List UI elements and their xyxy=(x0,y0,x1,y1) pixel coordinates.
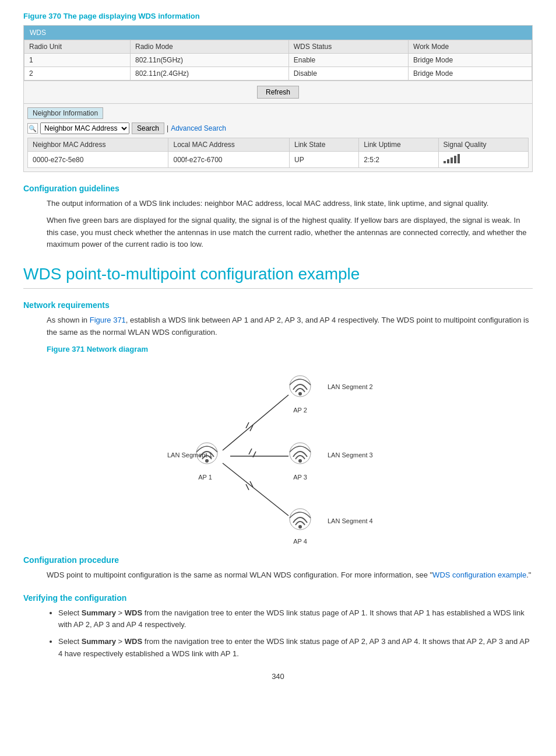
bullet1-bold2: WDS xyxy=(125,608,142,617)
refresh-button[interactable]: Refresh xyxy=(257,86,299,99)
col-radio-mode: Radio Mode xyxy=(131,40,289,54)
advanced-search-link[interactable]: Advanced Search xyxy=(171,124,226,132)
wds-container: WDS Radio Unit Radio Mode WDS Status Wor… xyxy=(23,25,533,172)
verifying-config-heading: Verifying the configuration xyxy=(23,593,533,603)
proc-text-after: ." xyxy=(526,570,531,579)
config-guidelines-body: The output information of a WDS link inc… xyxy=(47,198,533,251)
cell-local-mac: 000f-e27c-6700 xyxy=(168,152,290,168)
ap1-segment: LAN Segment 1 xyxy=(167,452,213,459)
cell-work-mode: Bridge Mode xyxy=(409,54,532,67)
bullet2-bold1: Summary xyxy=(82,637,116,646)
svg-point-21 xyxy=(298,525,302,528)
cell-neighbor-mac: 0000-e27c-5e80 xyxy=(28,152,168,168)
cell-radio-mode: 802.11n(2.4GHz) xyxy=(131,67,289,80)
svg-point-17 xyxy=(298,392,302,396)
config-guidelines-heading: Configuration guidelines xyxy=(23,184,533,193)
proc-text-before: WDS point to multipoint configuration is… xyxy=(47,570,432,579)
bullet1-text-before: Select xyxy=(58,608,82,617)
svg-rect-1 xyxy=(447,159,449,163)
svg-rect-0 xyxy=(444,161,446,163)
neighbor-table-row: 0000-e27c-5e80 000f-e27c-6700 UP 2:5:2 xyxy=(28,152,529,168)
cell-radio-unit: 2 xyxy=(24,67,131,80)
neighbor-section: Neighbor Information 🔍 Neighbor MAC Addr… xyxy=(24,103,532,172)
svg-line-12 xyxy=(246,484,249,490)
cell-link-state: UP xyxy=(289,152,358,168)
fig370-caption: Figure 370 The page displaying WDS infor… xyxy=(23,12,533,20)
svg-rect-3 xyxy=(454,156,456,163)
separator: | xyxy=(167,124,168,132)
ap4-segment: LAN Segment 4 xyxy=(328,517,373,524)
ap2-icon xyxy=(290,376,311,397)
bullet2-text-mid: > xyxy=(116,637,125,646)
search-row: 🔍 Neighbor MAC Address Search | Advanced… xyxy=(27,123,529,134)
table-row: 2 802.11n(2.4GHz) Disable Bridge Mode xyxy=(24,67,532,80)
bullet1-bold1: Summary xyxy=(82,608,116,617)
col-link-uptime: Link Uptime xyxy=(359,138,438,152)
cell-work-mode: Bridge Mode xyxy=(409,67,532,80)
search-icon: 🔍 xyxy=(27,123,38,134)
refresh-row: Refresh xyxy=(24,80,532,103)
network-requirements-body: As shown in Figure 371, establish a WDS … xyxy=(47,314,533,339)
config-procedure-heading: Configuration procedure xyxy=(23,555,533,565)
bullet2-text-before: Select xyxy=(58,637,82,646)
signal-quality-bars xyxy=(444,154,467,163)
cell-radio-mode: 802.11n(5GHz) xyxy=(131,54,289,67)
wds-main-table: Radio Unit Radio Mode WDS Status Work Mo… xyxy=(24,40,532,80)
bullet1-text-mid: > xyxy=(116,608,125,617)
fig371-caption: Figure 371 Network diagram xyxy=(47,345,533,354)
col-local-mac: Local MAC Address xyxy=(168,138,290,152)
network-requirements-heading: Network requirements xyxy=(23,300,533,310)
col-radio-unit: Radio Unit xyxy=(24,40,131,54)
config-procedure-text: WDS point to multipoint configuration is… xyxy=(47,569,533,582)
cell-radio-unit: 1 xyxy=(24,54,131,67)
fig371-link[interactable]: Figure 371 xyxy=(90,316,126,324)
wds-config-link[interactable]: WDS configuration example xyxy=(432,570,526,579)
col-work-mode: Work Mode xyxy=(409,40,532,54)
neighbor-table: Neighbor MAC Address Local MAC Address L… xyxy=(27,138,529,168)
svg-line-5 xyxy=(223,395,288,450)
bullet2-bold2: WDS xyxy=(125,637,142,646)
cell-wds-status: Disable xyxy=(288,67,408,80)
net-req-text-before: As shown in xyxy=(47,316,90,324)
config-guidelines-para2: When five green bars are displayed for t… xyxy=(47,215,533,251)
config-procedure-body: WDS point to multipoint configuration is… xyxy=(47,569,533,582)
neighbor-tab: Neighbor Information xyxy=(27,107,103,119)
main-title: WDS point-to-multipoint configuration ex… xyxy=(23,265,533,289)
table-row: 1 802.11n(5GHz) Enable Bridge Mode xyxy=(24,54,532,67)
ap2-label: AP 2 xyxy=(293,407,307,414)
col-signal-quality: Signal Quality xyxy=(438,138,528,152)
ap2-segment: LAN Segment 2 xyxy=(328,383,373,390)
search-dropdown[interactable]: Neighbor MAC Address xyxy=(40,123,129,134)
network-requirements-text: As shown in Figure 371, establish a WDS … xyxy=(47,314,533,339)
ap4-label: AP 4 xyxy=(293,538,307,544)
list-item: Select Summary > WDS from the navigation… xyxy=(58,607,533,632)
config-guidelines-para1: The output information of a WDS link inc… xyxy=(47,198,533,210)
ap1-label: AP 1 xyxy=(198,474,212,481)
col-wds-status: WDS Status xyxy=(288,40,408,54)
wds-tab[interactable]: WDS xyxy=(24,27,52,38)
page-number: 340 xyxy=(23,672,533,681)
svg-rect-2 xyxy=(451,158,453,163)
ap4-icon xyxy=(290,509,311,530)
col-neighbor-mac: Neighbor MAC Address xyxy=(28,138,168,152)
verifying-config-list: Select Summary > WDS from the navigation… xyxy=(58,607,533,660)
cell-wds-status: Enable xyxy=(288,54,408,67)
svg-rect-4 xyxy=(458,154,460,163)
svg-line-10 xyxy=(249,449,252,454)
ap3-icon xyxy=(290,443,311,464)
network-diagram: AP 1 LAN Segment 1 AP 2 LAN Segment 2 AP… xyxy=(132,357,424,544)
ap3-label: AP 3 xyxy=(293,474,307,481)
ap3-segment: LAN Segment 3 xyxy=(328,452,373,459)
svg-point-15 xyxy=(205,459,209,463)
cell-link-uptime: 2:5:2 xyxy=(359,152,438,168)
search-button[interactable]: Search xyxy=(132,123,164,134)
col-link-state: Link State xyxy=(289,138,358,152)
list-item: Select Summary > WDS from the navigation… xyxy=(58,636,533,660)
svg-line-7 xyxy=(223,463,288,516)
cell-signal-quality xyxy=(438,152,528,168)
svg-point-19 xyxy=(298,459,302,463)
svg-line-8 xyxy=(246,422,249,428)
